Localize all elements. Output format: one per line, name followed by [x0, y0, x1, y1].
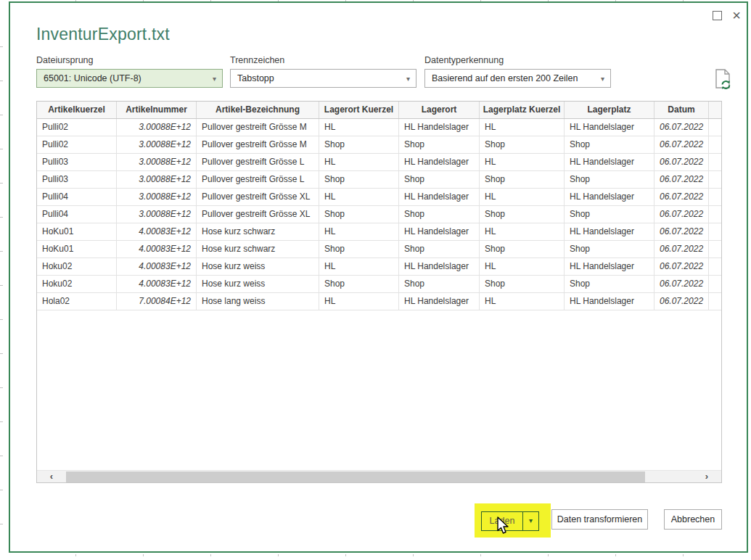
- column-header-artikelnummer[interactable]: Artikelnummer: [117, 102, 197, 118]
- chevron-down-icon: ▾: [601, 75, 604, 83]
- cell-artikel-bezeichnung: Pullover gestreift Grösse L: [197, 171, 319, 188]
- cell-ist: [709, 119, 722, 136]
- cell-artikelkuerzel: Hola02: [37, 293, 117, 310]
- cell-ist: [709, 223, 722, 240]
- scroll-left-icon[interactable]: ‹: [37, 471, 66, 483]
- column-header-lagerort[interactable]: Lagerort: [399, 102, 480, 118]
- column-header-lagerplatz[interactable]: Lagerplatz: [565, 102, 654, 118]
- cancel-button[interactable]: Abbrechen: [664, 509, 722, 530]
- transform-data-button[interactable]: Daten transformieren: [551, 509, 648, 530]
- cell-artikel-bezeichnung: Pullover gestreift Grösse L: [197, 154, 319, 170]
- cell-artikelnummer: 3.00088E+12: [117, 136, 197, 153]
- cell-lagerort: HL Handelslager: [399, 154, 480, 170]
- cell-artikelkuerzel: Pulli04: [37, 206, 117, 223]
- cell-artikelkuerzel: HoKu01: [37, 223, 117, 240]
- cell-lagerplatz: HL Handelslager: [565, 189, 654, 205]
- cell-artikel-bezeichnung: Pullover gestreift Grösse XL: [197, 206, 319, 223]
- cell-artikelnummer: 3.00088E+12: [117, 171, 197, 188]
- cell-ist: [709, 276, 722, 292]
- column-header-artikel-bezeichnung[interactable]: Artikel-Bezeichnung: [197, 102, 319, 118]
- worksheet-gridline-ticks-bottom: [9, 554, 750, 556]
- cell-artikel-bezeichnung: Hose kurz schwarz: [197, 223, 319, 240]
- cell-ist: [709, 293, 722, 310]
- table-row: Hoku024.00083E+12Hose kurz weissShopShop…: [37, 276, 721, 293]
- scrollbar-thumb[interactable]: [66, 472, 645, 482]
- cell-ist: [709, 189, 722, 205]
- table-row: Pulli023.00088E+12Pullover gestreift Grö…: [37, 119, 721, 136]
- column-header-datum[interactable]: Datum: [654, 102, 709, 118]
- table-row: HoKu014.00083E+12Hose kurz schwarzHLHL H…: [37, 223, 721, 241]
- cell-artikelkuerzel: Pulli02: [37, 136, 117, 153]
- cell-lagerort-kuerzel: HL: [319, 189, 399, 205]
- cell-lagerplatz-kuerzel: HL: [480, 223, 565, 240]
- type-detection-label: Datentyperkennung: [424, 55, 611, 65]
- table-row: Pulli043.00088E+12Pullover gestreift Grö…: [37, 189, 721, 206]
- cell-lagerort-kuerzel: Shop: [319, 276, 399, 292]
- cell-lagerort-kuerzel: HL: [319, 223, 399, 240]
- type-detection-field: Datentyperkennung Basierend auf den erst…: [424, 55, 611, 88]
- file-refresh-icon[interactable]: [714, 68, 733, 90]
- cell-lagerort-kuerzel: Shop: [319, 171, 399, 188]
- column-header-lagerort-kuerzel[interactable]: Lagerort Kuerzel: [319, 102, 399, 118]
- cell-artikelnummer: 4.00083E+12: [117, 241, 197, 258]
- cell-artikel-bezeichnung: Hose kurz schwarz: [197, 241, 319, 258]
- cell-artikelnummer: 3.00088E+12: [117, 154, 197, 170]
- cell-lagerort-kuerzel: HL: [319, 258, 399, 275]
- cell-lagerort-kuerzel: HL: [319, 293, 399, 310]
- horizontal-scrollbar[interactable]: ‹ ›: [37, 470, 721, 482]
- type-detection-value: Basierend auf den ersten 200 Zeilen: [432, 73, 578, 83]
- cell-artikelnummer: 4.00083E+12: [117, 258, 197, 275]
- cell-lagerplatz-kuerzel: HL: [480, 119, 565, 136]
- cell-lagerort: HL Handelslager: [399, 258, 480, 275]
- delimiter-value: Tabstopp: [237, 73, 274, 83]
- cell-datum: 06.07.2022: [654, 293, 709, 310]
- text-import-preview-dialog: × InventurExport.txt Dateiursprung 65001…: [9, 1, 748, 553]
- delimiter-field: Trennzeichen Tabstopp ▾: [230, 55, 416, 88]
- cell-datum: 06.07.2022: [654, 119, 709, 136]
- cell-lagerort: HL Handelslager: [399, 119, 480, 136]
- table-row: HoKu014.00083E+12Hose kurz schwarzShopSh…: [37, 241, 721, 258]
- chevron-down-icon: ▾: [213, 75, 216, 83]
- table-row: Pulli033.00088E+12Pullover gestreift Grö…: [37, 154, 721, 171]
- cell-ist: [709, 171, 722, 188]
- cell-artikelkuerzel: Pulli04: [37, 189, 117, 205]
- cell-lagerplatz-kuerzel: HL: [480, 293, 565, 310]
- cell-lagerort: HL Handelslager: [399, 223, 480, 240]
- cell-lagerplatz: Shop: [565, 171, 654, 188]
- cell-lagerplatz: Shop: [565, 241, 654, 258]
- cell-ist: [709, 241, 722, 258]
- cell-artikelkuerzel: Pulli03: [37, 154, 117, 170]
- column-header-ist[interactable]: Ist: [709, 102, 722, 118]
- cell-datum: 06.07.2022: [654, 223, 709, 240]
- cell-lagerort-kuerzel: HL: [319, 154, 399, 170]
- cell-lagerort: HL Handelslager: [399, 189, 480, 205]
- cell-ist: [709, 154, 722, 170]
- maximize-icon[interactable]: [713, 11, 722, 20]
- load-button[interactable]: Laden: [482, 512, 522, 530]
- type-detection-dropdown[interactable]: Basierend auf den ersten 200 Zeilen ▾: [424, 69, 611, 88]
- table-row: Pulli023.00088E+12Pullover gestreift Grö…: [37, 136, 721, 154]
- cell-artikelnummer: 3.00088E+12: [117, 206, 197, 223]
- table-header-row: ArtikelkuerzelArtikelnummerArtikel-Bezei…: [37, 102, 721, 119]
- delimiter-dropdown[interactable]: Tabstopp ▾: [230, 69, 416, 88]
- cell-lagerplatz: HL Handelslager: [565, 293, 654, 310]
- cell-lagerort: Shop: [399, 136, 480, 153]
- load-menu-arrow-icon[interactable]: ▾: [522, 512, 538, 530]
- scroll-right-icon[interactable]: ›: [692, 471, 721, 483]
- column-header-lagerplatz-kuerzel[interactable]: Lagerplatz Kuerzel: [480, 102, 565, 118]
- table-body: Pulli023.00088E+12Pullover gestreift Grö…: [37, 119, 721, 310]
- cell-lagerort-kuerzel: HL: [319, 119, 399, 136]
- load-split-button[interactable]: Laden ▾: [481, 511, 539, 531]
- cell-artikelnummer: 7.00084E+12: [117, 293, 197, 310]
- cell-artikelkuerzel: Pulli02: [37, 119, 117, 136]
- cell-artikelkuerzel: Hoku02: [37, 276, 117, 292]
- column-header-artikelkuerzel[interactable]: Artikelkuerzel: [37, 102, 117, 118]
- close-icon[interactable]: ×: [732, 9, 741, 22]
- cell-datum: 06.07.2022: [654, 171, 709, 188]
- cell-datum: 06.07.2022: [654, 206, 709, 223]
- cell-artikel-bezeichnung: Hose lang weiss: [197, 293, 319, 310]
- cell-lagerort-kuerzel: Shop: [319, 206, 399, 223]
- cell-artikelkuerzel: HoKu01: [37, 241, 117, 258]
- cell-lagerplatz-kuerzel: Shop: [480, 206, 565, 223]
- file-origin-dropdown[interactable]: 65001: Unicode (UTF-8) ▾: [36, 69, 223, 88]
